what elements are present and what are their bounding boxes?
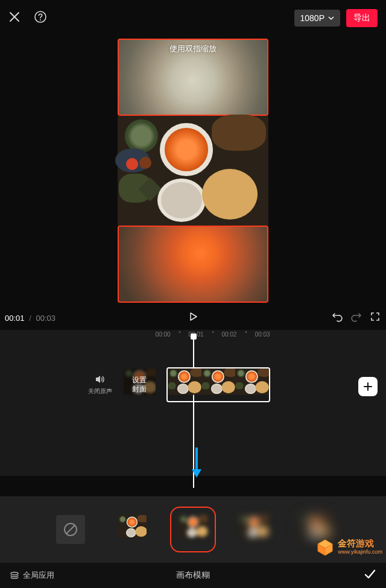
fullscreen-icon[interactable] [370,312,380,324]
time-current: 00:01 [5,314,25,323]
time-display: 00:01 / 00:03 [5,314,55,323]
resolution-label: 1080P [300,13,324,23]
pinch-hint: 使用双指缩放 [119,43,267,54]
export-button[interactable]: 导出 [346,9,378,27]
ruler-tick: 00:00 [155,331,170,338]
plus-icon [362,381,373,392]
playback-bar: 00:01 / 00:03 [0,305,386,330]
set-cover-button[interactable]: 设置 封面 [123,368,156,401]
blur-option-2[interactable] [179,515,207,544]
undo-icon[interactable] [332,311,343,324]
bottom-bar: 全局应用 画布模糊 [0,563,386,588]
top-bar-left [8,10,47,26]
set-cover-label: 设置 封面 [132,376,147,394]
blur-option-4[interactable] [301,515,330,544]
blur-option-none[interactable] [56,515,85,544]
export-label: 导出 [353,13,370,22]
ruler-tick: 00:02 [221,331,236,338]
play-icon[interactable] [189,312,198,324]
time-separator: / [29,314,31,323]
add-clip-button[interactable] [358,377,378,396]
panel-title: 画布模糊 [0,570,386,581]
blur-option-1[interactable] [118,515,147,544]
chevron-down-icon [328,15,334,21]
blur-region-top: 使用双指缩放 [118,39,268,116]
mute-label: 关闭原声 [88,387,112,396]
top-bar: 1080P 导出 [0,0,386,36]
resolution-button[interactable]: 1080P [294,10,340,27]
confirm-icon[interactable] [363,567,376,583]
blur-region-bottom [118,226,268,303]
ruler-tick: 00:03 [255,331,270,338]
blur-options-panel [0,496,386,563]
preview-canvas[interactable]: 使用双指缩放 [118,36,268,305]
top-bar-right: 1080P 导出 [294,9,378,27]
svg-point-1 [40,19,41,21]
help-icon[interactable] [34,10,47,26]
annotation-arrow [191,446,203,479]
close-icon[interactable] [8,11,21,25]
time-duration: 00:03 [36,314,55,323]
blur-option-3[interactable] [239,515,268,544]
none-icon [63,522,78,537]
video-frame [118,116,268,226]
speaker-icon [95,374,106,385]
redo-icon[interactable] [351,311,362,324]
video-clip[interactable] [166,367,270,402]
mute-button[interactable]: 关闭原声 [88,374,112,396]
